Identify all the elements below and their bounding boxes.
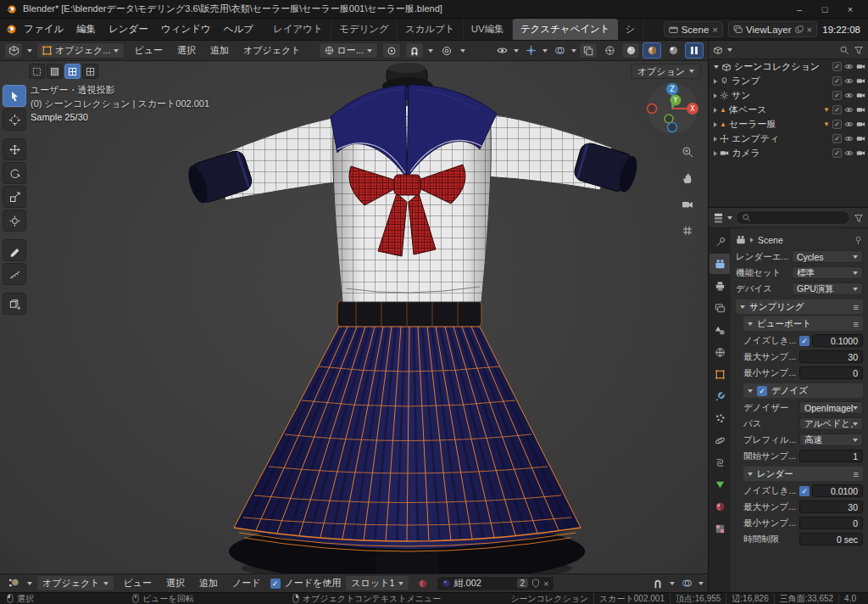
tool-measure[interactable]	[3, 263, 26, 285]
grid-toggle-button[interactable]	[678, 221, 697, 240]
expand-icon[interactable]	[714, 137, 717, 142]
tool-transform[interactable]	[3, 210, 26, 232]
slot-dropdown[interactable]: スロット1	[345, 575, 409, 591]
eye-icon[interactable]	[844, 120, 854, 129]
shader-type-dropdown[interactable]: オブジェクト	[36, 575, 114, 591]
editor-type-chevron-icon[interactable]	[27, 49, 32, 53]
chevron-down-icon[interactable]	[727, 48, 732, 52]
xray-toggle-button[interactable]	[579, 42, 598, 59]
min-samples-field[interactable]: 0	[799, 366, 863, 379]
eye-icon[interactable]	[844, 134, 854, 143]
tab-render[interactable]	[709, 254, 730, 274]
render-min-samples-field[interactable]: 0	[799, 517, 863, 529]
use-nodes-checkbox[interactable]: ✓	[270, 579, 281, 589]
tool-cursor[interactable]	[3, 109, 26, 131]
properties-search-field[interactable]	[736, 210, 850, 225]
noise-threshold-checkbox[interactable]: ✓	[799, 336, 810, 346]
chevron-down-icon[interactable]	[670, 582, 675, 585]
node-overlays-button[interactable]	[677, 575, 696, 591]
node-snap-button[interactable]	[648, 575, 667, 591]
chevron-down-icon[interactable]	[727, 216, 732, 220]
expand-icon[interactable]	[714, 151, 717, 156]
visibility-dropdown[interactable]	[492, 42, 511, 59]
denoiser-dropdown[interactable]: OpenImageD...	[799, 401, 863, 414]
tool-rotate[interactable]	[3, 162, 26, 184]
tool-scale[interactable]	[3, 186, 26, 208]
editor-type-button[interactable]	[4, 42, 23, 59]
tab-tool[interactable]	[709, 232, 730, 252]
tab-modeling[interactable]: モデリング	[331, 19, 398, 40]
filter-funnel-icon[interactable]	[854, 45, 864, 55]
tool-select-box[interactable]	[3, 85, 26, 107]
start-sample-field[interactable]: 1	[799, 450, 863, 462]
render-camera-icon[interactable]	[856, 76, 865, 86]
minimize-button[interactable]: –	[787, 4, 812, 14]
sailor-uniform-model[interactable]	[184, 63, 640, 573]
object-checkbox[interactable]: ✓	[832, 134, 842, 143]
eye-icon[interactable]	[844, 76, 854, 86]
tab-texture-paint[interactable]: テクスチャペイント	[513, 19, 618, 40]
menu-add[interactable]: 追加	[205, 42, 234, 59]
panel-viewport-sampling[interactable]: ビューポート ≡	[743, 316, 863, 331]
tab-view-layer[interactable]	[709, 298, 730, 318]
object-checkbox[interactable]: ✓	[832, 105, 842, 115]
zoom-button[interactable]	[678, 143, 697, 161]
tab-uv-editing[interactable]: UV編集	[464, 19, 513, 40]
render-max-samples-field[interactable]: 30	[799, 501, 863, 513]
tab-world[interactable]	[709, 342, 730, 362]
time-limit-field[interactable]: 0 sec	[799, 533, 863, 545]
properties-editor-icon[interactable]	[713, 212, 724, 223]
eye-icon[interactable]	[844, 62, 854, 71]
search-icon[interactable]	[839, 45, 849, 55]
outliner-row-collection[interactable]: シーンコレクション ✓	[709, 59, 868, 74]
mask-face-button[interactable]	[47, 64, 63, 79]
outliner-row-sun[interactable]: サン ✓	[709, 88, 868, 103]
shading-rendered-button[interactable]	[664, 42, 682, 59]
camera-view-button[interactable]	[678, 195, 697, 214]
expand-icon[interactable]	[714, 79, 717, 84]
object-checkbox[interactable]: ✓	[832, 120, 842, 129]
tab-sculpting[interactable]: スカルプト	[398, 19, 464, 40]
filter-funnel-icon[interactable]	[854, 213, 864, 223]
node-menu-view[interactable]: ビュー	[119, 575, 158, 591]
menu-edit[interactable]: 編集	[70, 20, 102, 38]
feature-set-dropdown[interactable]: 標準	[792, 266, 863, 279]
overlays-dropdown[interactable]	[550, 42, 569, 59]
viewlayer-selector[interactable]: ViewLayer ×	[728, 21, 817, 37]
tab-object-data[interactable]	[709, 474, 730, 495]
maximize-button[interactable]: □	[812, 4, 837, 14]
panel-denoise[interactable]: ✓ デノイズ	[743, 383, 863, 398]
shader-editor-type-button[interactable]	[4, 575, 23, 591]
mask-none-button[interactable]	[29, 64, 45, 79]
max-samples-field[interactable]: 30	[799, 350, 863, 363]
pan-button[interactable]	[678, 169, 697, 187]
material-name-field[interactable]: 紺.002 2 ×	[437, 576, 554, 591]
navigation-gizmo[interactable]: Z X Y	[645, 80, 699, 134]
outliner-row-camera[interactable]: カメラ ✓	[709, 146, 868, 160]
shading-material-button[interactable]	[643, 42, 661, 59]
menu-render[interactable]: レンダー	[103, 20, 154, 38]
snap-options-chevron-icon[interactable]	[428, 49, 433, 53]
prefilter-dropdown[interactable]: 高速	[799, 433, 863, 446]
blender-menu-icon[interactable]	[4, 23, 17, 36]
pivot-point-dropdown[interactable]	[382, 42, 401, 59]
menu-file[interactable]: ファイル	[18, 20, 70, 38]
tab-texture[interactable]	[709, 518, 730, 539]
panel-sampling[interactable]: サンプリング ≡	[736, 299, 863, 314]
outliner-mode-icon[interactable]	[713, 45, 723, 55]
close-button[interactable]: ×	[837, 4, 863, 14]
shading-wireframe-button[interactable]	[600, 42, 619, 59]
scene-selector[interactable]: Scene ×	[664, 21, 723, 37]
chevron-down-icon[interactable]	[27, 582, 32, 585]
render-noise-checkbox[interactable]: ✓	[799, 486, 810, 496]
render-camera-icon[interactable]	[856, 91, 865, 100]
material-browse-button[interactable]	[414, 575, 432, 591]
eye-icon[interactable]	[844, 91, 854, 100]
tab-output[interactable]	[709, 276, 730, 296]
render-engine-dropdown[interactable]: Cycles	[792, 250, 863, 263]
options-popover-button[interactable]: オプション	[631, 64, 701, 79]
new-layer-icon[interactable]	[795, 25, 804, 34]
render-camera-icon[interactable]	[856, 120, 865, 129]
outliner-row-body-base[interactable]: ▲ 体ベース ▼ ✓	[709, 103, 868, 117]
preset-menu-icon[interactable]: ≡	[854, 302, 859, 312]
